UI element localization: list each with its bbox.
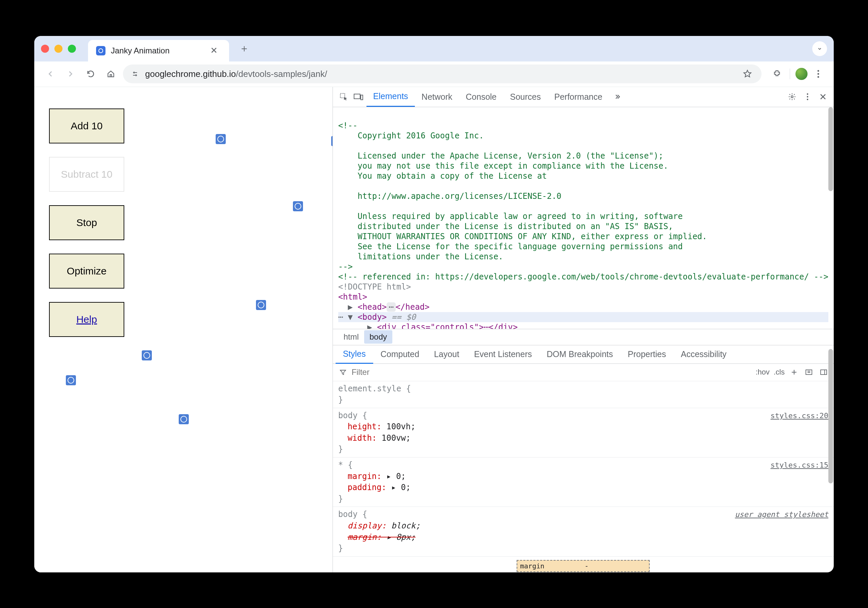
source-link[interactable]: user agent stylesheet: [735, 510, 828, 520]
css-rule[interactable]: element.style {}: [333, 381, 834, 408]
styles-tab-event-listeners[interactable]: Event Listeners: [467, 345, 539, 364]
computed-toggle-icon[interactable]: [803, 367, 814, 378]
devtools-tabs: ElementsNetworkConsoleSourcesPerformance: [333, 87, 834, 107]
svg-rect-5: [354, 94, 360, 99]
maximize-window-icon[interactable]: [68, 45, 76, 53]
menu-icon[interactable]: [811, 67, 826, 81]
window-controls: [41, 45, 76, 53]
add-button[interactable]: Add 10: [49, 109, 124, 143]
home-button[interactable]: [103, 66, 119, 82]
devtools-tab-elements[interactable]: Elements: [366, 87, 415, 107]
close-tab-icon[interactable]: ✕: [207, 45, 221, 56]
devtools-panel: ElementsNetworkConsoleSourcesPerformance: [333, 87, 834, 572]
devtools-tab-network[interactable]: Network: [415, 87, 459, 107]
doctype: <!DOCTYPE html>: [338, 282, 411, 292]
controls-div[interactable]: <div class="controls">⋯</div>: [377, 323, 518, 329]
minimize-window-icon[interactable]: [54, 45, 62, 53]
reload-button[interactable]: [83, 66, 99, 82]
profile-avatar[interactable]: [795, 68, 808, 80]
svg-point-7: [791, 96, 793, 98]
devtools-tab-sources[interactable]: Sources: [503, 87, 547, 107]
mover-icon: [66, 375, 76, 385]
css-rules[interactable]: element.style {}body {height: 100vh;widt…: [333, 381, 834, 572]
browser-tab[interactable]: Janky Animation ✕: [88, 40, 229, 62]
inspect-element-icon[interactable]: [337, 90, 350, 104]
css-rule[interactable]: body {height: 100vh;width: 100vw;}styles…: [333, 408, 834, 458]
more-tabs-icon[interactable]: [610, 90, 624, 104]
styles-tab-computed[interactable]: Computed: [373, 345, 426, 364]
styles-tab-styles[interactable]: Styles: [336, 345, 373, 364]
bookmark-icon[interactable]: [740, 67, 755, 81]
svg-point-0: [99, 49, 103, 53]
stop-button[interactable]: Stop: [49, 205, 124, 240]
collapsed-dots[interactable]: ⋯: [387, 302, 395, 312]
styles-filter-input[interactable]: [352, 368, 752, 377]
mover-icon: [293, 201, 303, 211]
tab-title: Janky Animation: [111, 46, 202, 56]
crumb-html[interactable]: html: [338, 330, 364, 344]
svg-rect-6: [361, 95, 363, 100]
styles-tab-properties[interactable]: Properties: [620, 345, 674, 364]
body-tag[interactable]: <body>: [357, 312, 387, 322]
new-rule-icon[interactable]: [789, 367, 800, 378]
mover-icon: [179, 414, 189, 424]
dom-tree[interactable]: <!-- Copyright 2016 Google Inc. Licensed…: [333, 107, 834, 329]
hov-toggle[interactable]: :hov: [755, 368, 770, 377]
dom-ref-comment: <!-- referenced in: https://developers.g…: [338, 272, 828, 281]
breadcrumb: htmlbody: [333, 329, 834, 345]
titlebar: Janky Animation ✕ ＋: [34, 36, 834, 62]
new-tab-button[interactable]: ＋: [234, 42, 254, 56]
favicon-icon: [96, 46, 105, 56]
forward-button[interactable]: [62, 66, 79, 82]
controls: Add 10 Subtract 10 Stop Optimize Help: [49, 109, 124, 337]
devtools-tab-performance[interactable]: Performance: [547, 87, 609, 107]
devtools-menu-icon[interactable]: [801, 90, 814, 104]
svg-point-10: [807, 99, 808, 100]
box-model[interactable]: margin-: [333, 557, 834, 572]
divider: [790, 68, 790, 79]
settings-icon[interactable]: [785, 90, 799, 104]
devtools-tab-console[interactable]: Console: [459, 87, 504, 107]
filter-icon: [338, 367, 348, 378]
mover-icon: [215, 134, 226, 144]
help-button[interactable]: Help: [49, 302, 124, 337]
url-host: googlechrome.github.io/devtools-samples/…: [145, 69, 327, 79]
extensions-icon[interactable]: [770, 67, 784, 81]
css-rule[interactable]: * {margin: ▸ 0;padding: ▸ 0;}styles.css:…: [333, 458, 834, 507]
svg-rect-11: [806, 370, 812, 375]
svg-point-2: [818, 73, 819, 75]
source-link[interactable]: styles.css:15: [770, 460, 828, 471]
page-viewport: Add 10 Subtract 10 Stop Optimize Help: [34, 87, 333, 572]
mover-icon: [256, 300, 266, 310]
styles-tab-dom-breakpoints[interactable]: DOM Breakpoints: [539, 345, 620, 364]
cls-toggle[interactable]: .cls: [773, 368, 785, 377]
styles-tab-accessibility[interactable]: Accessibility: [674, 345, 734, 364]
svg-point-1: [818, 70, 819, 72]
close-window-icon[interactable]: [41, 45, 49, 53]
styles-filter-bar: :hov .cls: [333, 364, 834, 381]
mover-icon: [142, 351, 152, 360]
device-toolbar-icon[interactable]: [352, 90, 365, 104]
back-button[interactable]: [42, 66, 59, 82]
head-tag[interactable]: <head>: [357, 302, 387, 312]
selected-node-anno: == $0: [392, 312, 416, 322]
html-tag[interactable]: <html>: [338, 292, 367, 302]
devtools-scrollbar[interactable]: [828, 107, 833, 572]
svg-rect-12: [821, 370, 827, 375]
optimize-button[interactable]: Optimize: [49, 254, 124, 288]
address-bar[interactable]: googlechrome.github.io/devtools-samples/…: [123, 65, 761, 83]
source-link[interactable]: styles.css:20: [770, 411, 828, 421]
subtract-button[interactable]: Subtract 10: [49, 157, 124, 192]
sidebar-toggle-icon[interactable]: [818, 367, 829, 378]
svg-point-3: [818, 76, 819, 78]
svg-point-9: [807, 96, 808, 98]
content: Add 10 Subtract 10 Stop Optimize Help El…: [34, 87, 834, 572]
close-devtools-icon[interactable]: [816, 90, 830, 104]
crumb-body[interactable]: body: [364, 330, 392, 344]
styles-tab-layout[interactable]: Layout: [426, 345, 467, 364]
tabs-dropdown-icon[interactable]: [812, 41, 827, 56]
site-settings-icon[interactable]: [130, 68, 140, 79]
css-rule[interactable]: body {display: block;margin: ▸ 8px;}user…: [333, 507, 834, 556]
styles-tabs: StylesComputedLayoutEvent ListenersDOM B…: [333, 345, 834, 364]
browser-window: Janky Animation ✕ ＋ googlechrome.github.…: [34, 36, 834, 572]
